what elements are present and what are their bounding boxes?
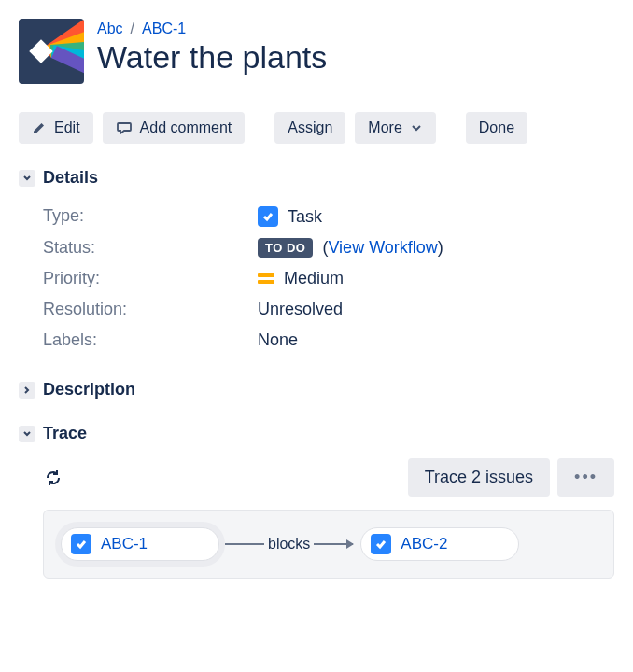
issue-title: Water the plants xyxy=(97,39,327,76)
chevron-right-icon xyxy=(19,382,35,399)
status-label: Status: xyxy=(43,238,258,258)
assign-button[interactable]: Assign xyxy=(274,112,345,144)
detail-row-resolution: Resolution: Unresolved xyxy=(43,294,614,325)
chevron-down-icon xyxy=(19,170,35,187)
resolution-label: Resolution: xyxy=(43,300,258,319)
trace-chip-label[interactable]: ABC-1 xyxy=(101,535,148,553)
trace-node-current: ABC-1 xyxy=(55,522,225,567)
resolution-value: Unresolved xyxy=(258,300,343,319)
trace-section: Trace Trace 2 issues ••• xyxy=(19,424,614,579)
trace-header[interactable]: Trace xyxy=(19,424,614,443)
more-actions-button[interactable]: ••• xyxy=(557,458,614,497)
trace-issues-label: Trace 2 issues xyxy=(425,468,533,487)
breadcrumb-project-link[interactable]: Abc xyxy=(97,21,123,37)
action-toolbar: Edit Add comment Assign More Done xyxy=(19,112,614,144)
breadcrumb-issue-link[interactable]: ABC-1 xyxy=(142,21,186,37)
done-button[interactable]: Done xyxy=(466,112,528,144)
status-badge: TO DO xyxy=(258,238,313,258)
type-label: Type: xyxy=(43,206,258,227)
edit-button[interactable]: Edit xyxy=(19,112,93,144)
arrow-head-icon xyxy=(314,543,353,545)
done-label: Done xyxy=(479,119,514,136)
trace-title: Trace xyxy=(43,424,87,443)
add-comment-button[interactable]: Add comment xyxy=(103,112,246,144)
detail-row-priority: Priority: Medium xyxy=(43,263,614,294)
priority-medium-icon xyxy=(258,273,274,284)
trace-graph: ABC-1 blocks ABC-2 xyxy=(43,510,614,579)
task-type-icon xyxy=(371,534,391,554)
detail-row-type: Type: Task xyxy=(43,201,614,232)
priority-label: Priority: xyxy=(43,269,258,288)
priority-value: Medium xyxy=(284,269,344,288)
detail-row-labels: Labels: None xyxy=(43,325,614,356)
breadcrumb-separator: / xyxy=(131,21,134,37)
labels-value: None xyxy=(258,330,298,350)
comment-icon xyxy=(116,119,133,136)
view-workflow-link[interactable]: View Workflow xyxy=(328,238,437,257)
chevron-down-icon xyxy=(19,426,35,442)
description-header[interactable]: Description xyxy=(19,380,614,399)
trace-issues-button[interactable]: Trace 2 issues xyxy=(408,458,550,497)
more-label: More xyxy=(368,119,401,136)
details-header[interactable]: Details xyxy=(19,168,614,188)
relation-label: blocks xyxy=(264,536,314,553)
trace-chip-abc-2[interactable]: ABC-2 xyxy=(360,527,519,561)
description-section: Description xyxy=(19,380,614,399)
refresh-icon[interactable] xyxy=(43,468,63,488)
type-value: Task xyxy=(288,207,322,227)
task-type-icon xyxy=(71,534,91,554)
breadcrumb: Abc / ABC-1 xyxy=(97,19,327,37)
more-button[interactable]: More xyxy=(355,112,435,144)
trace-relation: blocks xyxy=(225,536,353,553)
details-section: Details Type: Task Status: TO DO (View W… xyxy=(19,168,614,356)
ellipsis-icon: ••• xyxy=(574,468,598,487)
add-comment-label: Add comment xyxy=(140,119,232,136)
edit-button-label: Edit xyxy=(54,119,80,136)
task-type-icon xyxy=(258,206,278,227)
description-title: Description xyxy=(43,380,135,399)
detail-row-status: Status: TO DO (View Workflow) xyxy=(43,232,614,263)
assign-label: Assign xyxy=(288,119,332,136)
trace-chip-label[interactable]: ABC-2 xyxy=(401,535,447,553)
pencil-icon xyxy=(32,120,47,135)
paren-close: ) xyxy=(438,238,443,257)
project-logo xyxy=(19,19,84,84)
details-title: Details xyxy=(43,168,98,188)
trace-chip-abc-1[interactable]: ABC-1 xyxy=(61,527,219,561)
chevron-down-icon xyxy=(410,121,423,134)
labels-label: Labels: xyxy=(43,330,258,350)
arrow-line-icon xyxy=(225,543,264,545)
issue-header: Abc / ABC-1 Water the plants xyxy=(19,19,614,84)
